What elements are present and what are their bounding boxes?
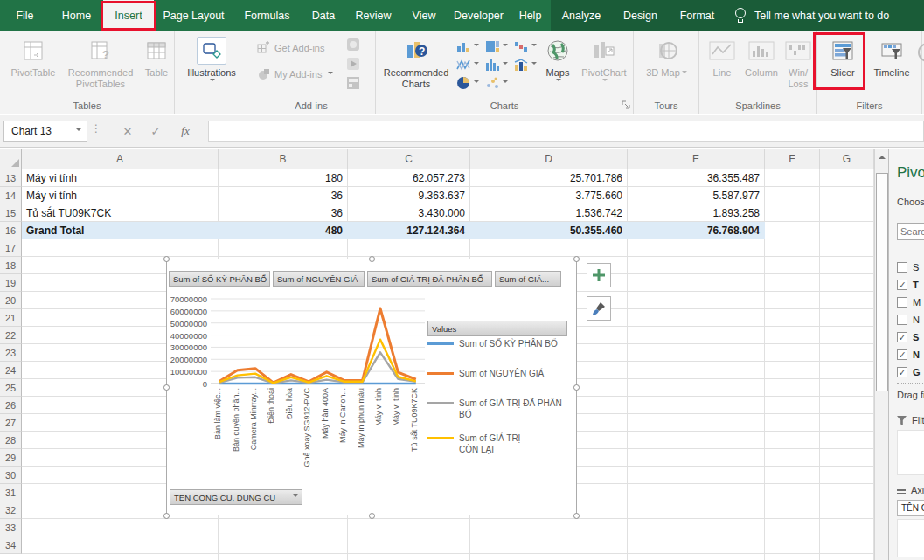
row-header-16[interactable]: 16 — [0, 222, 22, 239]
chart-resize-handle[interactable] — [369, 513, 375, 519]
column-header-E[interactable]: E — [628, 149, 765, 169]
chart-value-field-button[interactable]: Sum of SỐ KỲ PHÂN BỔ — [169, 271, 270, 287]
select-all-corner[interactable] — [0, 149, 22, 169]
formula-input[interactable] — [208, 121, 924, 142]
row-header-14[interactable]: 14 — [0, 187, 22, 204]
column-header-D[interactable]: D — [470, 149, 628, 169]
chart-value-field-button[interactable]: Sum of GIÁ... — [495, 271, 561, 287]
tab-page-layout[interactable]: Page Layout — [154, 0, 233, 31]
checkbox[interactable] — [897, 297, 907, 308]
chart-resize-handle[interactable] — [163, 256, 170, 262]
tab-analyze[interactable]: Analyze — [551, 0, 612, 31]
tab-home[interactable]: Home — [50, 0, 103, 31]
legend-values-field-button[interactable]: Values — [427, 321, 567, 336]
vertical-scrollbar[interactable] — [874, 149, 888, 560]
axis-field-chip[interactable]: TÊN CÔNG CỤ, DỤNG CỤ — [897, 500, 924, 516]
insert-line-chart-button[interactable] — [456, 56, 479, 73]
scrollbar-thumb[interactable] — [876, 173, 888, 391]
pivottable-button[interactable]: PivotTable — [7, 35, 59, 79]
legend-entry[interactable]: Sum of GIÁ TRỊ ĐÃ PHÂN BỔ — [427, 398, 566, 420]
legend-entry[interactable]: Sum of NGUYÊN GIÁ — [427, 368, 573, 379]
enter-formula-button[interactable]: ✓ — [143, 121, 168, 142]
column-header-G[interactable]: G — [820, 149, 874, 169]
tab-review[interactable]: Review — [346, 0, 400, 31]
row-header-18[interactable]: 18 — [0, 257, 22, 274]
timeline-button[interactable]: Timeline — [866, 35, 917, 79]
tab-design[interactable]: Design — [612, 0, 669, 31]
legend-entry[interactable]: Sum of SỐ KỲ PHÂN BỔ — [427, 338, 573, 349]
row-header-21[interactable]: 21 — [0, 309, 22, 327]
tab-formulas[interactable]: Formulas — [233, 0, 301, 31]
row-header-31[interactable]: 31 — [0, 484, 22, 501]
sparkline-winloss-button[interactable]: Win/ Loss — [782, 35, 815, 90]
sparkline-line-button[interactable]: Line — [705, 35, 740, 79]
row-header-23[interactable]: 23 — [0, 344, 22, 362]
column-header-F[interactable]: F — [765, 149, 820, 169]
row-header-30[interactable]: 30 — [0, 467, 22, 484]
row-header-22[interactable]: 22 — [0, 327, 22, 344]
row-header-32[interactable]: 32 — [0, 501, 22, 519]
chart-resize-handle[interactable] — [573, 256, 580, 262]
legend-entry[interactable]: Sum of GIÁ TRỊ CÒN LẠI — [427, 432, 529, 455]
get-addins-button[interactable]: Get Add-ins — [256, 38, 333, 58]
pane-field-item[interactable]: ✓S — [897, 328, 919, 346]
row-header-15[interactable]: 15 — [0, 204, 22, 222]
filters-drop-area[interactable] — [897, 430, 924, 475]
slicer-button[interactable]: Slicer — [821, 35, 865, 79]
maps-button[interactable]: Maps — [538, 35, 577, 84]
tell-me-box[interactable]: Tell me what you want to do — [734, 0, 889, 31]
addin-icon-2[interactable] — [345, 56, 361, 72]
pivotchart-button[interactable]: PivotChart — [578, 35, 630, 84]
insert-function-button[interactable]: fx — [173, 121, 198, 142]
sparkline-column-button[interactable]: Column — [741, 35, 782, 79]
pane-field-item[interactable]: ✓T — [897, 276, 919, 294]
chart-styles-button[interactable] — [587, 296, 611, 321]
name-box[interactable]: Chart 13 — [3, 121, 87, 142]
chart-value-field-button[interactable]: Sum of GIÁ TRỊ ĐÃ PHÂN BỔ — [367, 271, 492, 287]
3d-map-button[interactable]: 3D Map — [643, 35, 691, 79]
checkbox[interactable] — [897, 315, 907, 325]
checkbox-checked[interactable]: ✓ — [897, 349, 907, 360]
pane-field-item[interactable]: N — [897, 311, 920, 328]
illustrations-button[interactable]: Illustrations — [181, 35, 242, 84]
pane-field-item[interactable]: ✓G — [897, 363, 921, 381]
recommended-pivottables-button[interactable]: ? Recommended PivotTables — [63, 35, 138, 90]
chart-elements-button[interactable] — [587, 263, 611, 287]
row-header-28[interactable]: 28 — [0, 432, 22, 449]
insert-pie-chart-button[interactable] — [456, 74, 479, 92]
my-addins-button[interactable]: My Add-ins — [256, 65, 333, 84]
pane-field-item[interactable]: S — [897, 259, 919, 276]
tab-insert[interactable]: Insert — [103, 0, 154, 31]
recommended-charts-button[interactable]: ? Recommended Charts — [381, 35, 451, 90]
tab-help[interactable]: Help — [510, 0, 551, 31]
chart-resize-handle[interactable] — [369, 256, 375, 262]
row-header-25[interactable]: 25 — [0, 379, 22, 397]
insert-statistic-chart-button[interactable] — [485, 56, 508, 73]
chart-resize-handle[interactable] — [163, 513, 170, 519]
chart-resize-handle[interactable] — [163, 384, 170, 391]
tab-view[interactable]: View — [400, 0, 448, 31]
insert-combo-chart-button[interactable] — [514, 56, 537, 73]
chart-resize-handle[interactable] — [573, 384, 580, 391]
insert-column-chart-button[interactable] — [456, 38, 479, 55]
pivot-chart[interactable]: Sum of SỐ KỲ PHÂN BỔSum of NGUYÊN GIÁSum… — [166, 259, 577, 515]
axis-drop-area[interactable] — [897, 519, 924, 557]
row-header-24[interactable]: 24 — [0, 362, 22, 379]
row-header-17[interactable]: 17 — [0, 239, 22, 257]
row-header-34[interactable]: 34 — [0, 536, 22, 554]
charts-dialog-launcher-icon[interactable] — [621, 100, 631, 110]
column-header-A[interactable]: A — [22, 149, 219, 169]
cancel-formula-button[interactable]: ✕ — [115, 121, 140, 142]
pane-field-item[interactable]: M — [897, 294, 921, 311]
chart-value-field-button[interactable]: Sum of NGUYÊN GIÁ — [273, 271, 365, 287]
checkbox-checked[interactable]: ✓ — [897, 280, 907, 290]
addin-icon-3[interactable] — [345, 75, 361, 91]
row-header-20[interactable]: 20 — [0, 292, 22, 309]
insert-scatter-chart-button[interactable] — [485, 74, 508, 92]
row-header-26[interactable]: 26 — [0, 397, 22, 414]
pane-search-input[interactable]: Search — [897, 223, 924, 240]
table-button[interactable]: Table — [140, 35, 173, 79]
column-header-C[interactable]: C — [348, 149, 470, 169]
insert-waterfall-chart-button[interactable] — [514, 38, 537, 55]
tab-developer[interactable]: Developer — [448, 0, 510, 31]
